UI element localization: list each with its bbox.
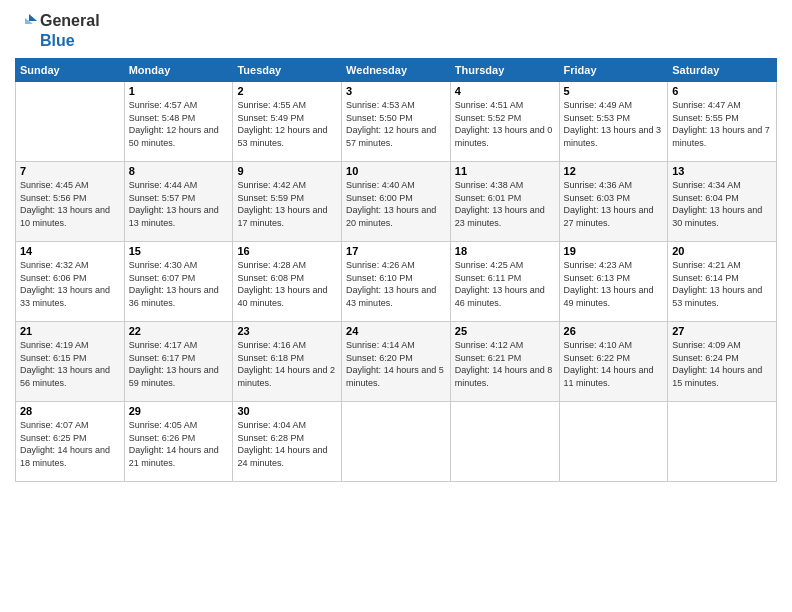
- day-info: Sunrise: 4:30 AMSunset: 6:07 PMDaylight:…: [129, 259, 229, 309]
- calendar-cell: 3 Sunrise: 4:53 AMSunset: 5:50 PMDayligh…: [342, 82, 451, 162]
- logo-blue: Blue: [40, 32, 75, 50]
- logo: General Blue: [15, 10, 100, 50]
- day-info: Sunrise: 4:19 AMSunset: 6:15 PMDaylight:…: [20, 339, 120, 389]
- day-info: Sunrise: 4:55 AMSunset: 5:49 PMDaylight:…: [237, 99, 337, 149]
- calendar-cell: 21 Sunrise: 4:19 AMSunset: 6:15 PMDaylig…: [16, 322, 125, 402]
- weekday-header-sunday: Sunday: [16, 59, 125, 82]
- calendar-cell: 11 Sunrise: 4:38 AMSunset: 6:01 PMDaylig…: [450, 162, 559, 242]
- calendar-cell: 18 Sunrise: 4:25 AMSunset: 6:11 PMDaylig…: [450, 242, 559, 322]
- day-number: 3: [346, 85, 446, 97]
- day-number: 10: [346, 165, 446, 177]
- day-number: 23: [237, 325, 337, 337]
- day-info: Sunrise: 4:40 AMSunset: 6:00 PMDaylight:…: [346, 179, 446, 229]
- day-number: 8: [129, 165, 229, 177]
- day-info: Sunrise: 4:28 AMSunset: 6:08 PMDaylight:…: [237, 259, 337, 309]
- day-number: 18: [455, 245, 555, 257]
- header: General Blue: [15, 10, 777, 50]
- calendar-cell: [450, 402, 559, 482]
- day-number: 7: [20, 165, 120, 177]
- calendar-cell: 20 Sunrise: 4:21 AMSunset: 6:14 PMDaylig…: [668, 242, 777, 322]
- day-number: 19: [564, 245, 664, 257]
- weekday-header-monday: Monday: [124, 59, 233, 82]
- calendar-cell: 17 Sunrise: 4:26 AMSunset: 6:10 PMDaylig…: [342, 242, 451, 322]
- day-info: Sunrise: 4:45 AMSunset: 5:56 PMDaylight:…: [20, 179, 120, 229]
- day-info: Sunrise: 4:38 AMSunset: 6:01 PMDaylight:…: [455, 179, 555, 229]
- calendar-cell: 8 Sunrise: 4:44 AMSunset: 5:57 PMDayligh…: [124, 162, 233, 242]
- day-info: Sunrise: 4:57 AMSunset: 5:48 PMDaylight:…: [129, 99, 229, 149]
- calendar-cell: [559, 402, 668, 482]
- calendar-cell: 9 Sunrise: 4:42 AMSunset: 5:59 PMDayligh…: [233, 162, 342, 242]
- day-number: 17: [346, 245, 446, 257]
- day-info: Sunrise: 4:25 AMSunset: 6:11 PMDaylight:…: [455, 259, 555, 309]
- day-number: 20: [672, 245, 772, 257]
- calendar-table: SundayMondayTuesdayWednesdayThursdayFrid…: [15, 58, 777, 482]
- weekday-header-wednesday: Wednesday: [342, 59, 451, 82]
- calendar-cell: 13 Sunrise: 4:34 AMSunset: 6:04 PMDaylig…: [668, 162, 777, 242]
- calendar-cell: 15 Sunrise: 4:30 AMSunset: 6:07 PMDaylig…: [124, 242, 233, 322]
- day-number: 16: [237, 245, 337, 257]
- svg-marker-0: [29, 14, 37, 21]
- calendar-week-3: 14 Sunrise: 4:32 AMSunset: 6:06 PMDaylig…: [16, 242, 777, 322]
- weekday-header-tuesday: Tuesday: [233, 59, 342, 82]
- calendar-cell: 22 Sunrise: 4:17 AMSunset: 6:17 PMDaylig…: [124, 322, 233, 402]
- day-number: 27: [672, 325, 772, 337]
- day-info: Sunrise: 4:04 AMSunset: 6:28 PMDaylight:…: [237, 419, 337, 469]
- day-info: Sunrise: 4:51 AMSunset: 5:52 PMDaylight:…: [455, 99, 555, 149]
- logo-bird-icon: [15, 10, 37, 32]
- calendar-week-5: 28 Sunrise: 4:07 AMSunset: 6:25 PMDaylig…: [16, 402, 777, 482]
- day-info: Sunrise: 4:23 AMSunset: 6:13 PMDaylight:…: [564, 259, 664, 309]
- day-info: Sunrise: 4:21 AMSunset: 6:14 PMDaylight:…: [672, 259, 772, 309]
- day-info: Sunrise: 4:14 AMSunset: 6:20 PMDaylight:…: [346, 339, 446, 389]
- calendar-cell: [668, 402, 777, 482]
- day-number: 11: [455, 165, 555, 177]
- calendar-cell: 24 Sunrise: 4:14 AMSunset: 6:20 PMDaylig…: [342, 322, 451, 402]
- day-number: 9: [237, 165, 337, 177]
- day-info: Sunrise: 4:17 AMSunset: 6:17 PMDaylight:…: [129, 339, 229, 389]
- weekday-header-friday: Friday: [559, 59, 668, 82]
- day-info: Sunrise: 4:16 AMSunset: 6:18 PMDaylight:…: [237, 339, 337, 389]
- day-info: Sunrise: 4:44 AMSunset: 5:57 PMDaylight:…: [129, 179, 229, 229]
- day-info: Sunrise: 4:32 AMSunset: 6:06 PMDaylight:…: [20, 259, 120, 309]
- calendar-cell: 27 Sunrise: 4:09 AMSunset: 6:24 PMDaylig…: [668, 322, 777, 402]
- calendar-week-4: 21 Sunrise: 4:19 AMSunset: 6:15 PMDaylig…: [16, 322, 777, 402]
- weekday-header-saturday: Saturday: [668, 59, 777, 82]
- day-number: 25: [455, 325, 555, 337]
- day-info: Sunrise: 4:12 AMSunset: 6:21 PMDaylight:…: [455, 339, 555, 389]
- day-number: 4: [455, 85, 555, 97]
- day-info: Sunrise: 4:26 AMSunset: 6:10 PMDaylight:…: [346, 259, 446, 309]
- day-number: 5: [564, 85, 664, 97]
- day-info: Sunrise: 4:09 AMSunset: 6:24 PMDaylight:…: [672, 339, 772, 389]
- calendar-week-1: 1 Sunrise: 4:57 AMSunset: 5:48 PMDayligh…: [16, 82, 777, 162]
- day-number: 13: [672, 165, 772, 177]
- calendar-cell: 26 Sunrise: 4:10 AMSunset: 6:22 PMDaylig…: [559, 322, 668, 402]
- calendar-cell: 28 Sunrise: 4:07 AMSunset: 6:25 PMDaylig…: [16, 402, 125, 482]
- calendar-cell: 7 Sunrise: 4:45 AMSunset: 5:56 PMDayligh…: [16, 162, 125, 242]
- day-info: Sunrise: 4:07 AMSunset: 6:25 PMDaylight:…: [20, 419, 120, 469]
- calendar-cell: 14 Sunrise: 4:32 AMSunset: 6:06 PMDaylig…: [16, 242, 125, 322]
- day-info: Sunrise: 4:36 AMSunset: 6:03 PMDaylight:…: [564, 179, 664, 229]
- calendar-cell: 2 Sunrise: 4:55 AMSunset: 5:49 PMDayligh…: [233, 82, 342, 162]
- calendar-cell: 6 Sunrise: 4:47 AMSunset: 5:55 PMDayligh…: [668, 82, 777, 162]
- day-number: 30: [237, 405, 337, 417]
- logo-general: General: [40, 12, 100, 30]
- day-info: Sunrise: 4:34 AMSunset: 6:04 PMDaylight:…: [672, 179, 772, 229]
- calendar-cell: 12 Sunrise: 4:36 AMSunset: 6:03 PMDaylig…: [559, 162, 668, 242]
- day-number: 12: [564, 165, 664, 177]
- calendar-cell: 4 Sunrise: 4:51 AMSunset: 5:52 PMDayligh…: [450, 82, 559, 162]
- day-number: 29: [129, 405, 229, 417]
- calendar-cell: 25 Sunrise: 4:12 AMSunset: 6:21 PMDaylig…: [450, 322, 559, 402]
- main-container: General Blue SundayMondayTuesdayWednesda…: [0, 0, 792, 492]
- logo-svg: General Blue: [15, 10, 100, 50]
- day-info: Sunrise: 4:42 AMSunset: 5:59 PMDaylight:…: [237, 179, 337, 229]
- weekday-header-thursday: Thursday: [450, 59, 559, 82]
- calendar-week-2: 7 Sunrise: 4:45 AMSunset: 5:56 PMDayligh…: [16, 162, 777, 242]
- calendar-cell: 19 Sunrise: 4:23 AMSunset: 6:13 PMDaylig…: [559, 242, 668, 322]
- calendar-cell: [342, 402, 451, 482]
- day-number: 28: [20, 405, 120, 417]
- day-info: Sunrise: 4:05 AMSunset: 6:26 PMDaylight:…: [129, 419, 229, 469]
- day-number: 1: [129, 85, 229, 97]
- day-info: Sunrise: 4:53 AMSunset: 5:50 PMDaylight:…: [346, 99, 446, 149]
- day-number: 26: [564, 325, 664, 337]
- day-number: 2: [237, 85, 337, 97]
- calendar-cell: 16 Sunrise: 4:28 AMSunset: 6:08 PMDaylig…: [233, 242, 342, 322]
